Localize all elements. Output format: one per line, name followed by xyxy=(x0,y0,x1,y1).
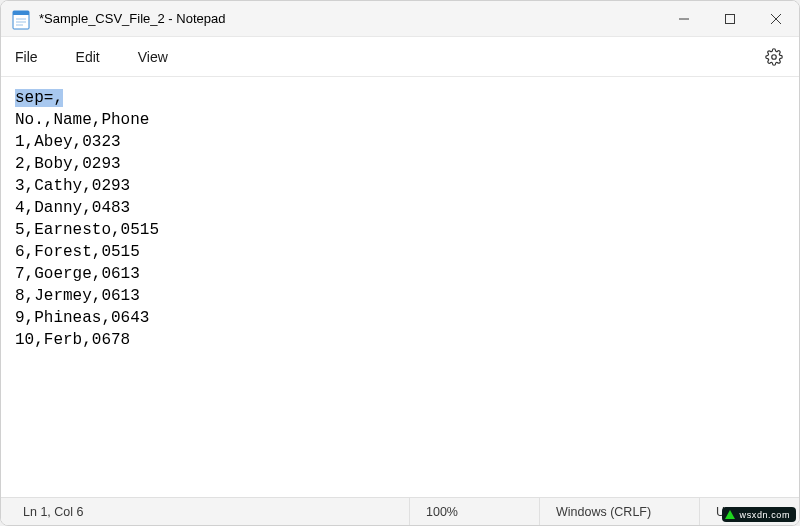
editor-selection: sep=, xyxy=(15,89,63,107)
notepad-icon xyxy=(11,9,31,29)
title-bar: *Sample_CSV_File_2 - Notepad xyxy=(1,1,799,37)
menu-file[interactable]: File xyxy=(15,49,38,65)
menu-view[interactable]: View xyxy=(138,49,168,65)
window-controls xyxy=(661,1,799,36)
status-cursor: Ln 1, Col 6 xyxy=(1,498,409,525)
minimize-button[interactable] xyxy=(661,1,707,37)
status-zoom: 100% xyxy=(409,498,539,525)
svg-point-9 xyxy=(772,54,777,59)
watermark: wsxdn.com xyxy=(722,507,796,522)
close-button[interactable] xyxy=(753,1,799,37)
maximize-button[interactable] xyxy=(707,1,753,37)
status-eol: Windows (CRLF) xyxy=(539,498,699,525)
menu-bar: File Edit View xyxy=(1,37,799,77)
status-bar: Ln 1, Col 6 100% Windows (CRLF) UTF-8 xyxy=(1,497,799,525)
text-editor[interactable]: sep=, No.,Name,Phone 1,Abey,0323 2,Boby,… xyxy=(1,77,799,497)
notepad-window: *Sample_CSV_File_2 - Notepad File Edit V… xyxy=(0,0,800,526)
svg-rect-6 xyxy=(726,15,735,24)
gear-icon[interactable] xyxy=(765,48,783,66)
menu-edit[interactable]: Edit xyxy=(76,49,100,65)
svg-rect-1 xyxy=(13,11,29,15)
